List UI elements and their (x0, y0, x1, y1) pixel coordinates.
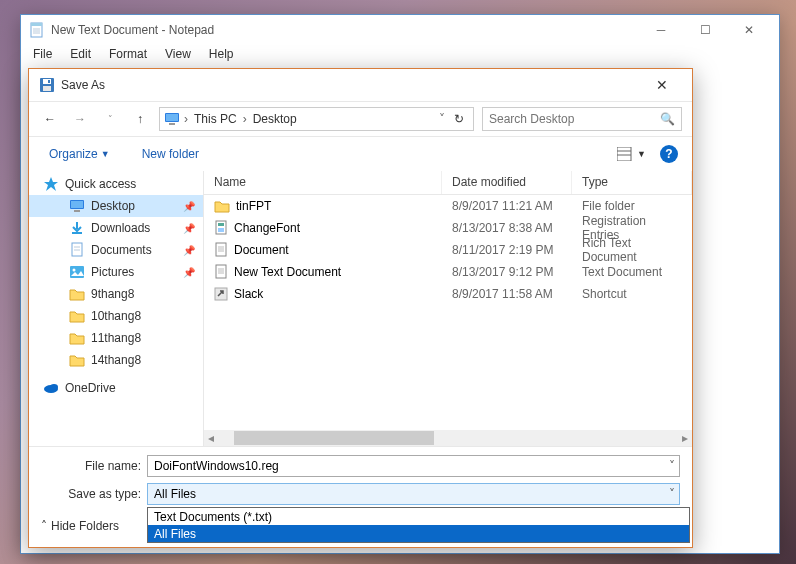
filename-value[interactable]: DoiFontWindows10.reg (154, 459, 279, 473)
help-button[interactable]: ? (660, 145, 678, 163)
menu-edit[interactable]: Edit (62, 45, 99, 65)
doc-icon (214, 242, 228, 258)
svg-point-26 (50, 384, 58, 390)
menu-view[interactable]: View (157, 45, 199, 65)
svg-rect-28 (218, 223, 224, 226)
minimize-button[interactable]: ─ (639, 15, 683, 45)
column-date[interactable]: Date modified (442, 171, 572, 194)
svg-rect-7 (43, 86, 51, 91)
chevron-down-icon: ▼ (637, 149, 646, 159)
star-icon (43, 176, 59, 192)
breadcrumb-thispc[interactable]: This PC (190, 112, 241, 126)
file-date: 8/11/2017 2:19 PM (442, 243, 572, 257)
column-type[interactable]: Type (572, 171, 692, 194)
file-date: 8/13/2017 8:38 AM (442, 221, 572, 235)
file-row[interactable]: New Text Document8/13/2017 9:12 PMText D… (204, 261, 692, 283)
svg-rect-18 (74, 210, 80, 212)
svg-rect-12 (617, 147, 631, 161)
nav-back-button[interactable]: ← (39, 108, 61, 130)
breadcrumb-desktop[interactable]: Desktop (249, 112, 301, 126)
shortcut-icon (214, 287, 228, 301)
pictures-icon (69, 264, 85, 280)
nav-up-button[interactable]: ↑ (129, 108, 151, 130)
filename-label: File name: (41, 459, 141, 473)
nav-quick-access[interactable]: Quick access (29, 173, 203, 195)
notepad-title: New Text Document - Notepad (51, 23, 639, 37)
nav-forward-button[interactable]: → (69, 108, 91, 130)
svg-point-24 (73, 269, 76, 272)
dialog-titlebar: Save As ✕ (29, 69, 692, 101)
notepad-titlebar: New Text Document - Notepad ─ ☐ ✕ (21, 15, 779, 45)
nav-item-documents[interactable]: Documents📌 (29, 239, 203, 261)
refresh-button[interactable]: ↻ (447, 112, 471, 126)
search-icon[interactable]: 🔍 (660, 112, 675, 126)
breadcrumb[interactable]: › This PC › Desktop ˅ ↻ (159, 107, 474, 131)
saveastype-dropdown: Text Documents (*.txt) All Files (147, 507, 690, 543)
file-name: ChangeFont (234, 221, 300, 235)
file-date: 8/13/2017 9:12 PM (442, 265, 572, 279)
nav-recent-button[interactable]: ˅ (99, 108, 121, 130)
maximize-button[interactable]: ☐ (683, 15, 727, 45)
chevron-down-icon[interactable]: ˅ (669, 487, 675, 501)
close-button[interactable]: ✕ (727, 15, 771, 45)
navigation-pane: Quick access Desktop📌Downloads📌Documents… (29, 171, 204, 446)
search-input[interactable] (489, 112, 660, 126)
scroll-left-icon[interactable]: ◂ (204, 431, 218, 445)
file-type: File folder (572, 199, 692, 213)
svg-rect-8 (48, 80, 50, 83)
svg-marker-15 (44, 177, 58, 191)
nav-onedrive[interactable]: OneDrive (29, 377, 203, 399)
scroll-right-icon[interactable]: ▸ (678, 431, 692, 445)
folder-icon (69, 286, 85, 302)
file-name: Slack (234, 287, 263, 301)
organize-button[interactable]: Organize▼ (43, 143, 116, 165)
folder-icon (69, 308, 85, 324)
nav-item-11thang8[interactable]: 11thang8 (29, 327, 203, 349)
nav-item-pictures[interactable]: Pictures📌 (29, 261, 203, 283)
new-folder-button[interactable]: New folder (136, 143, 205, 165)
pin-icon: 📌 (183, 267, 195, 278)
column-name[interactable]: Name (204, 171, 442, 194)
documents-icon (69, 242, 85, 258)
file-date: 8/9/2017 11:58 AM (442, 287, 572, 301)
search-box[interactable]: 🔍 (482, 107, 682, 131)
nav-item-10thang8[interactable]: 10thang8 (29, 305, 203, 327)
hide-folders-button[interactable]: ˄Hide Folders (41, 519, 119, 533)
saveastype-label: Save as type: (41, 487, 141, 501)
nav-item-downloads[interactable]: Downloads📌 (29, 217, 203, 239)
file-list: Name Date modified Type tinFPT8/9/2017 1… (204, 171, 692, 446)
svg-rect-1 (31, 23, 42, 26)
svg-rect-29 (218, 228, 224, 232)
view-options-button[interactable]: ▼ (613, 145, 650, 163)
filename-field[interactable]: DoiFontWindows10.reg ˅ (147, 455, 680, 477)
dialog-bottom-panel: File name: DoiFontWindows10.reg ˅ Save a… (29, 446, 692, 547)
desktop-icon (69, 198, 85, 214)
file-row[interactable]: Slack8/9/2017 11:58 AMShortcut (204, 283, 692, 305)
file-date: 8/9/2017 11:21 AM (442, 199, 572, 213)
chevron-down-icon[interactable]: ˅ (669, 459, 675, 473)
nav-item-9thang8[interactable]: 9thang8 (29, 283, 203, 305)
chevron-down-icon: ▼ (101, 149, 110, 159)
save-icon (39, 77, 55, 93)
nav-item-desktop[interactable]: Desktop📌 (29, 195, 203, 217)
notepad-menubar: File Edit Format View Help (21, 45, 779, 65)
chevron-right-icon[interactable]: › (241, 112, 249, 126)
chevron-right-icon[interactable]: › (182, 112, 190, 126)
nav-item-14thang8[interactable]: 14thang8 (29, 349, 203, 371)
file-type: Text Document (572, 265, 692, 279)
menu-help[interactable]: Help (201, 45, 242, 65)
chevron-down-icon[interactable]: ˅ (437, 112, 447, 126)
svg-rect-27 (216, 221, 226, 234)
type-option-all[interactable]: All Files (148, 525, 689, 542)
horizontal-scrollbar[interactable]: ◂▸ (204, 430, 692, 446)
dialog-close-button[interactable]: ✕ (642, 77, 682, 93)
file-row[interactable]: Document8/11/2017 2:19 PMRich Text Docum… (204, 239, 692, 261)
menu-format[interactable]: Format (101, 45, 155, 65)
save-as-dialog: Save As ✕ ← → ˅ ↑ › This PC › Desktop ˅ … (28, 68, 693, 548)
pin-icon: 📌 (183, 223, 195, 234)
menu-file[interactable]: File (25, 45, 60, 65)
type-option-txt[interactable]: Text Documents (*.txt) (148, 508, 689, 525)
saveastype-field[interactable]: All Files ˅ (147, 483, 680, 505)
dialog-toolbar: Organize▼ New folder ▼ ? (29, 137, 692, 171)
svg-rect-10 (166, 114, 178, 121)
